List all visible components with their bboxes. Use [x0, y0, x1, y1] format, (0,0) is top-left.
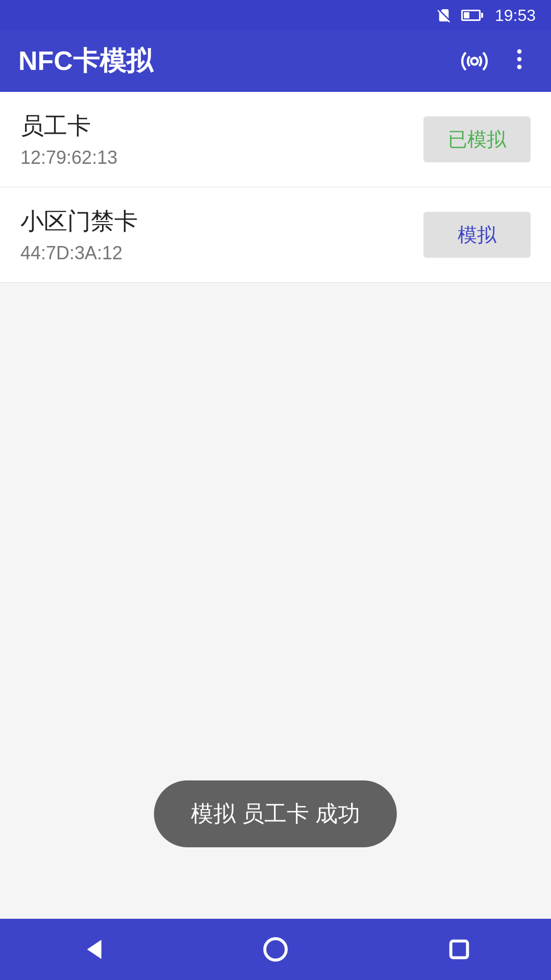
app-bar-actions	[461, 46, 533, 77]
card-name-2: 小区门禁卡	[20, 206, 138, 237]
simulate-button-2[interactable]: 模拟	[423, 212, 531, 258]
content: 员工卡 12:79:62:13 已模拟 小区门禁卡 44:7D:3A:12 模拟…	[0, 92, 551, 919]
card-info-1: 员工卡 12:79:62:13	[20, 110, 117, 168]
battery-icon	[461, 10, 481, 21]
status-bar: 19:53	[0, 0, 551, 31]
more-options-icon[interactable]	[506, 46, 533, 77]
nav-back-button[interactable]	[66, 924, 117, 975]
nav-bar	[0, 919, 551, 980]
nav-home-button[interactable]	[250, 924, 301, 975]
card-name-1: 员工卡	[20, 110, 117, 142]
card-id-2: 44:7D:3A:12	[20, 242, 138, 264]
app-bar: NFC卡模拟	[0, 31, 551, 92]
nav-recents-button[interactable]	[434, 924, 485, 975]
nfc-icon[interactable]	[461, 48, 488, 75]
toast-container: 模拟 员工卡 成功	[154, 780, 397, 847]
card-info-2: 小区门禁卡 44:7D:3A:12	[20, 206, 138, 264]
svg-point-1	[517, 57, 522, 62]
card-item-2: 小区门禁卡 44:7D:3A:12 模拟	[0, 187, 551, 283]
app-title: NFC卡模拟	[18, 43, 461, 79]
svg-point-4	[265, 939, 286, 960]
status-time: 19:53	[495, 6, 536, 25]
simulate-button-1[interactable]: 已模拟	[423, 116, 531, 162]
status-icons: 19:53	[436, 6, 536, 25]
card-item-1: 员工卡 12:79:62:13 已模拟	[0, 92, 551, 187]
svg-point-0	[517, 50, 522, 54]
svg-point-2	[517, 65, 522, 69]
toast-message: 模拟 员工卡 成功	[154, 780, 397, 847]
svg-rect-5	[451, 941, 468, 958]
no-sim-icon	[436, 7, 452, 23]
card-id-1: 12:79:62:13	[20, 147, 117, 168]
svg-marker-3	[87, 940, 102, 959]
